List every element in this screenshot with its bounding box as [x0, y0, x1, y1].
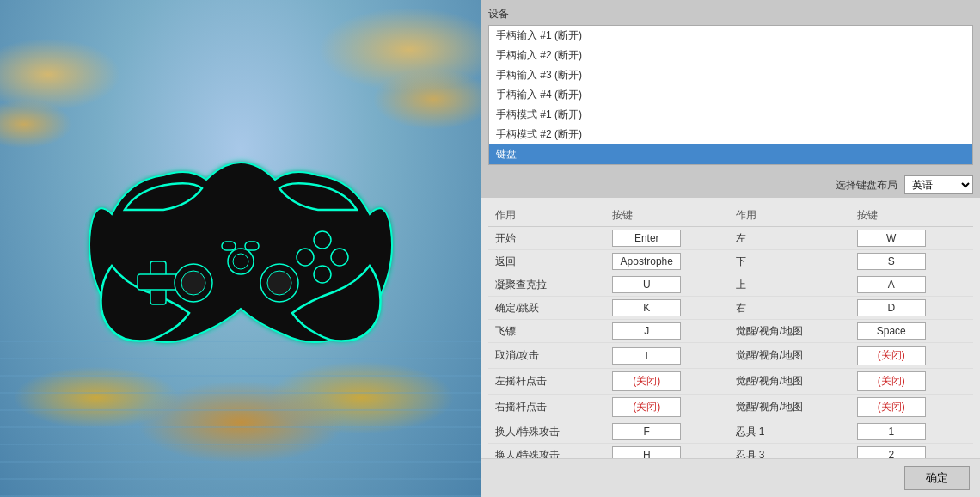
device-item[interactable]: 键盘: [489, 144, 972, 164]
device-label: 设备: [488, 7, 973, 21]
table-row: 凝聚查克拉U上A: [488, 273, 973, 297]
mapping-table-container: 作用 按键 作用 按键 开始Enter左W返回Apostrophe下S凝聚查克拉…: [481, 198, 980, 458]
svg-point-6: [314, 231, 331, 248]
key1-button[interactable]: Enter: [612, 230, 681, 247]
key1-button[interactable]: J: [612, 322, 681, 340]
table-row: 确定/跳跃K右D: [488, 297, 973, 320]
action2-cell: 左: [729, 227, 850, 250]
table-row: 取消/攻击I觉醒/视角/地图(关闭): [488, 343, 973, 369]
confirm-button[interactable]: 确定: [904, 466, 970, 490]
svg-rect-11: [245, 242, 259, 250]
table-row: 开始Enter左W: [488, 227, 973, 250]
key2-button[interactable]: (关闭): [857, 346, 926, 365]
device-item[interactable]: 手柄输入 #1 (断开): [489, 26, 972, 46]
key2-button[interactable]: 1: [857, 423, 926, 440]
device-section: 设备 手柄输入 #1 (断开)手柄输入 #2 (断开)手柄输入 #3 (断开)手…: [481, 0, 980, 172]
device-item[interactable]: 手柄输入 #3 (断开): [489, 65, 972, 85]
svg-point-13: [233, 254, 248, 269]
key1-button[interactable]: K: [612, 299, 681, 316]
table-row: 返回Apostrophe下S: [488, 250, 973, 273]
key1-button[interactable]: U: [612, 276, 681, 293]
key2-button[interactable]: A: [857, 276, 926, 293]
svg-point-5: [267, 271, 291, 295]
svg-point-8: [297, 248, 314, 266]
action1-cell: 左摇杆点击: [488, 369, 605, 395]
action1-cell: 确定/跳跃: [488, 297, 605, 320]
action2-cell: 觉醒/视角/地图: [729, 320, 850, 343]
table-row: 换人/特殊攻击F忍具 11: [488, 420, 973, 444]
device-item[interactable]: 手柄输入 #2 (断开): [489, 46, 972, 65]
action1-cell: 返回: [488, 250, 605, 273]
key1-button[interactable]: H: [612, 446, 681, 458]
action2-cell: 上: [729, 273, 850, 297]
key2-button[interactable]: (关闭): [857, 397, 926, 417]
keyboard-layout-row: 选择键盘布局 英语: [481, 172, 980, 198]
key2-button[interactable]: 2: [857, 446, 926, 458]
settings-panel: 设备 手柄输入 #1 (断开)手柄输入 #2 (断开)手柄输入 #3 (断开)手…: [481, 0, 980, 497]
action2-cell: 忍具 3: [729, 444, 850, 459]
action1-cell: 飞镖: [488, 320, 605, 343]
key2-button[interactable]: S: [857, 253, 926, 270]
mapping-table: 作用 按键 作用 按键 开始Enter左W返回Apostrophe下S凝聚查克拉…: [488, 205, 973, 458]
action2-cell: 右: [729, 297, 850, 320]
svg-point-7: [331, 248, 348, 266]
action1-cell: 凝聚查克拉: [488, 273, 605, 297]
col-header-action1: 作用: [488, 205, 605, 227]
key1-button[interactable]: I: [612, 347, 681, 365]
action2-cell: 忍具 1: [729, 420, 850, 444]
table-row: 飞镖J觉醒/视角/地图Space: [488, 320, 973, 343]
table-row: 右摇杆点击(关闭)觉醒/视角/地图(关闭): [488, 395, 973, 420]
action2-cell: 觉醒/视角/地图: [729, 343, 850, 369]
svg-point-9: [314, 266, 331, 283]
action1-cell: 右摇杆点击: [488, 395, 605, 420]
col-header-key2: 按键: [850, 205, 973, 227]
keyboard-layout-label: 选择键盘布局: [836, 178, 897, 193]
key1-button[interactable]: (关闭): [612, 371, 681, 391]
action1-cell: 换人/特殊攻击: [488, 420, 605, 444]
device-item[interactable]: 手柄输入 #4 (断开): [489, 85, 972, 105]
key2-button[interactable]: W: [857, 230, 926, 247]
action2-cell: 下: [729, 250, 850, 273]
game-background: [0, 0, 481, 497]
action2-cell: 觉醒/视角/地图: [729, 395, 850, 420]
table-row: 换人/特殊攻击H忍具 32: [488, 444, 973, 459]
action1-cell: 换人/特殊攻击: [488, 444, 605, 459]
action1-cell: 开始: [488, 227, 605, 250]
key2-button[interactable]: D: [857, 299, 926, 316]
device-item[interactable]: 手柄模式 #2 (断开): [489, 125, 972, 144]
key2-button[interactable]: (关闭): [857, 371, 926, 391]
device-list: 手柄输入 #1 (断开)手柄输入 #2 (断开)手柄输入 #3 (断开)手柄输入…: [488, 25, 973, 165]
device-item[interactable]: 手柄模式 #1 (断开): [489, 105, 972, 125]
bottom-bar: 确定: [481, 458, 980, 497]
key2-button[interactable]: Space: [857, 322, 926, 340]
col-header-action2: 作用: [729, 205, 850, 227]
col-header-key1: 按键: [605, 205, 728, 227]
keyboard-layout-select[interactable]: 英语: [904, 175, 973, 194]
key1-button[interactable]: F: [612, 423, 681, 440]
controller-image: [60, 111, 421, 386]
action2-cell: 觉醒/视角/地图: [729, 369, 850, 395]
svg-rect-10: [222, 242, 236, 250]
key1-button[interactable]: Apostrophe: [612, 253, 681, 270]
table-row: 左摇杆点击(关闭)觉醒/视角/地图(关闭): [488, 369, 973, 395]
action1-cell: 取消/攻击: [488, 343, 605, 369]
svg-point-3: [181, 271, 205, 295]
key1-button[interactable]: (关闭): [612, 397, 681, 417]
